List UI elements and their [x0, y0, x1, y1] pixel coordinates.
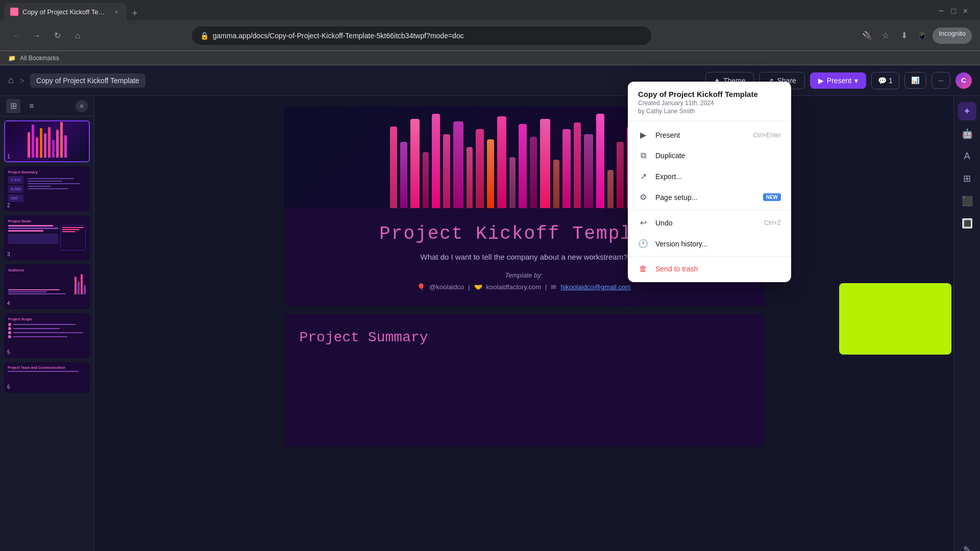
- history-menu-label: Version history...: [655, 240, 781, 248]
- duplicate-menu-label: Duplicate: [655, 152, 781, 160]
- present-shortcut: Ctrl+Enter: [753, 132, 781, 139]
- trash-menu-label: Send to trash: [655, 265, 781, 273]
- pagesetup-menu-label: Page setup...: [655, 193, 756, 202]
- dropdown-present[interactable]: ▶ Present Ctrl+Enter: [628, 124, 791, 145]
- undo-menu-icon: ↩: [638, 218, 648, 228]
- context-menu: Copy of Project Kickoff Template Created…: [628, 82, 791, 282]
- dropdown-page-setup[interactable]: ⚙ Page setup... NEW: [628, 187, 791, 208]
- undo-menu-label: Undo: [655, 219, 757, 227]
- dropdown-created-by: by Cathy Lane Smith: [638, 108, 781, 115]
- dropdown-divider-1: [628, 210, 791, 210]
- dropdown-created-date: Created January 11th, 2024: [638, 99, 781, 107]
- dropdown-divider-2: [628, 256, 791, 257]
- undo-shortcut: Ctrl+Z: [764, 219, 781, 227]
- dropdown-undo[interactable]: ↩ Undo Ctrl+Z: [628, 212, 791, 233]
- dropdown-trash[interactable]: 🗑 Send to trash: [628, 259, 791, 279]
- dropdown-items: ▶ Present Ctrl+Enter ⧉ Duplicate ↗ Expor…: [628, 121, 791, 282]
- duplicate-menu-icon: ⧉: [638, 151, 648, 160]
- dropdown-doc-title: Copy of Project Kickoff Template: [638, 90, 781, 98]
- pagesetup-menu-icon: ⚙: [638, 192, 648, 202]
- dropdown-duplicate[interactable]: ⧉ Duplicate: [628, 145, 791, 166]
- export-menu-label: Export...: [655, 172, 781, 181]
- dropdown-version-history[interactable]: 🕐 Version history...: [628, 233, 791, 254]
- new-badge: NEW: [763, 193, 781, 201]
- dropdown-header: Copy of Project Kickoff Template Created…: [628, 82, 791, 121]
- trash-menu-icon: 🗑: [638, 264, 648, 273]
- present-menu-label: Present: [655, 131, 746, 139]
- history-menu-icon: 🕐: [638, 239, 648, 248]
- dropdown-export[interactable]: ↗ Export...: [628, 166, 791, 187]
- dropdown-overlay[interactable]: Copy of Project Kickoff Template Created…: [0, 0, 980, 551]
- export-menu-icon: ↗: [638, 171, 648, 181]
- present-menu-icon: ▶: [638, 130, 648, 140]
